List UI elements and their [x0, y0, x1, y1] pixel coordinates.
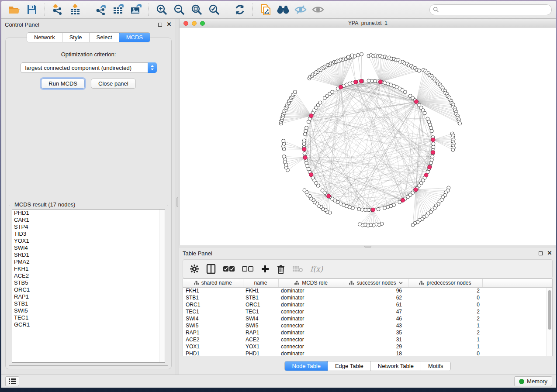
zoom-fit-icon[interactable] [189, 3, 204, 17]
mcds-result-item[interactable]: YOX1 [12, 237, 165, 244]
tab-network-table[interactable]: Network Table [370, 361, 421, 371]
mcds-result-item[interactable]: ORC1 [12, 286, 165, 293]
table-row[interactable]: FKH1FKH1dominator962 [183, 287, 552, 294]
mcds-result-list[interactable]: PHD1CAR1STP4TID3YOX1SWI4SRD1PMA2FKH1ACE2… [12, 209, 165, 363]
control-panel-tabs: Network Style Select MCDS [27, 32, 150, 42]
table-row[interactable]: STB1STB1dominator620 [183, 294, 552, 301]
settings-gear-icon[interactable] [190, 262, 199, 275]
zoom-out-icon[interactable] [172, 3, 187, 17]
table-row[interactable]: RAP1RAP1dominator352 [183, 329, 552, 336]
refresh-layout-icon[interactable] [232, 3, 247, 17]
zoom-in-icon[interactable] [154, 3, 169, 17]
mcds-result-item[interactable]: PMA2 [12, 258, 165, 265]
column-header-mcds-role[interactable]: MCDS role [278, 279, 344, 287]
search-input[interactable] [429, 4, 552, 15]
table-toolbar: f(x) [183, 259, 553, 279]
delete-column-trash-icon[interactable] [277, 262, 285, 275]
mcds-result-item[interactable]: RAP1 [12, 293, 165, 300]
mcds-result-item[interactable]: FKH1 [12, 265, 165, 272]
save-session-icon[interactable] [24, 3, 39, 17]
column-type-icon [294, 281, 299, 285]
table-cell: 0 [408, 294, 482, 301]
toolbar-separator [253, 3, 253, 16]
vertical-splitter[interactable] [176, 19, 179, 375]
minimize-window-icon[interactable] [192, 21, 197, 26]
float-panel-icon[interactable] [157, 21, 163, 28]
tab-node-table[interactable]: Node Table [284, 361, 328, 371]
mcds-result-item[interactable]: CAR1 [12, 217, 165, 224]
table-cell [482, 301, 552, 308]
mcds-result-item[interactable]: PHD1 [12, 210, 165, 217]
mcds-result-item[interactable]: SRD1 [12, 251, 165, 258]
mcds-result-item[interactable]: ACE2 [12, 272, 165, 279]
network-window-titlebar: YPA_prune.txt_1 [180, 19, 556, 28]
table-cell [482, 287, 552, 294]
status-bar: Memory [1, 375, 556, 388]
export-table-icon[interactable] [111, 3, 126, 17]
optimization-criterion-select[interactable]: largest connected component (undirected) [21, 62, 157, 73]
table-row[interactable]: SWI4SWI4dominator462 [183, 315, 552, 322]
splitter-grip[interactable] [364, 246, 371, 248]
open-session-icon[interactable] [7, 3, 22, 17]
close-panel-icon[interactable]: ✕ [166, 21, 172, 28]
add-column-icon[interactable] [261, 262, 270, 275]
table-row[interactable]: ORC1ORC1dominator610 [183, 301, 552, 308]
mcds-result-item[interactable]: TID3 [12, 230, 165, 237]
network-canvas[interactable] [180, 28, 556, 245]
tab-select[interactable]: Select [89, 33, 119, 42]
table-row[interactable]: ACE2ACE2connector311 [183, 336, 552, 343]
export-network-icon[interactable] [93, 3, 108, 17]
close-panel-button[interactable]: Close panel [91, 79, 136, 89]
close-panel-icon[interactable]: ✕ [547, 250, 553, 256]
select-all-checkboxes-icon[interactable] [223, 262, 235, 275]
search-binoculars-icon[interactable] [276, 3, 291, 17]
tab-motifs[interactable]: Motifs [421, 361, 450, 371]
splitter-grip[interactable] [176, 197, 178, 207]
column-header-predecessor-nodes[interactable]: predecessor nodes [408, 279, 482, 287]
share-document-icon[interactable] [258, 3, 273, 17]
run-mcds-button[interactable]: Run MCDS [41, 79, 85, 89]
column-header-successor-nodes[interactable]: successor nodes [344, 279, 408, 287]
mcds-result-item[interactable]: SWI4 [12, 244, 165, 251]
zoom-selected-icon[interactable] [207, 3, 221, 17]
table-cell: dominator [278, 315, 344, 322]
column-type-icon [194, 281, 199, 285]
table-scrollbar-thumb[interactable] [548, 290, 551, 330]
maximize-window-icon[interactable] [200, 21, 205, 26]
hide-selected-eye-icon[interactable] [293, 3, 308, 17]
table-row[interactable]: PHD1PHD1dominator180 [183, 350, 552, 356]
float-panel-icon[interactable] [537, 250, 543, 256]
mcds-result-item[interactable]: SWI5 [12, 307, 165, 314]
show-panels-list-icon[interactable] [5, 376, 19, 386]
column-type-icon [349, 281, 354, 285]
table-row[interactable]: TEC1TEC1connector472 [183, 308, 552, 315]
mcds-result-item[interactable]: GCR1 [12, 321, 165, 328]
mcds-result-item[interactable]: TEC1 [12, 314, 165, 321]
column-header-shared-name[interactable]: shared name [183, 279, 243, 287]
table-scrollbar[interactable] [547, 288, 552, 356]
export-image-icon[interactable] [128, 3, 143, 17]
import-network-icon[interactable] [50, 3, 65, 17]
table-cell: FKH1 [243, 287, 278, 294]
table-panel: Table Panel ✕ [179, 248, 556, 375]
toolbar-separator [149, 3, 149, 16]
tab-network[interactable]: Network [27, 33, 62, 42]
close-window-icon[interactable] [183, 21, 188, 26]
mcds-result-item[interactable]: STP4 [12, 224, 165, 230]
table-cell [482, 294, 552, 301]
mcds-result-item[interactable]: STB5 [12, 279, 165, 286]
tab-mcds[interactable]: MCDS [119, 32, 150, 42]
show-all-eye-icon[interactable] [311, 3, 325, 17]
tab-style[interactable]: Style [62, 33, 89, 42]
mcds-result-item[interactable]: STB1 [12, 300, 165, 307]
tab-edge-table[interactable]: Edge Table [328, 361, 370, 371]
deselect-all-checkboxes-icon[interactable] [242, 262, 253, 275]
column-header-name[interactable]: name [243, 279, 278, 287]
column-selector-icon[interactable] [206, 262, 216, 275]
table-row[interactable]: YOX1YOX1connector291 [183, 343, 552, 350]
table-cell: 0 [408, 350, 482, 356]
table-row[interactable]: SWI5SWI5connector431 [183, 322, 552, 329]
list-scrollbar[interactable] [159, 210, 165, 362]
import-table-icon[interactable] [68, 3, 83, 17]
memory-button[interactable]: Memory [514, 376, 552, 386]
